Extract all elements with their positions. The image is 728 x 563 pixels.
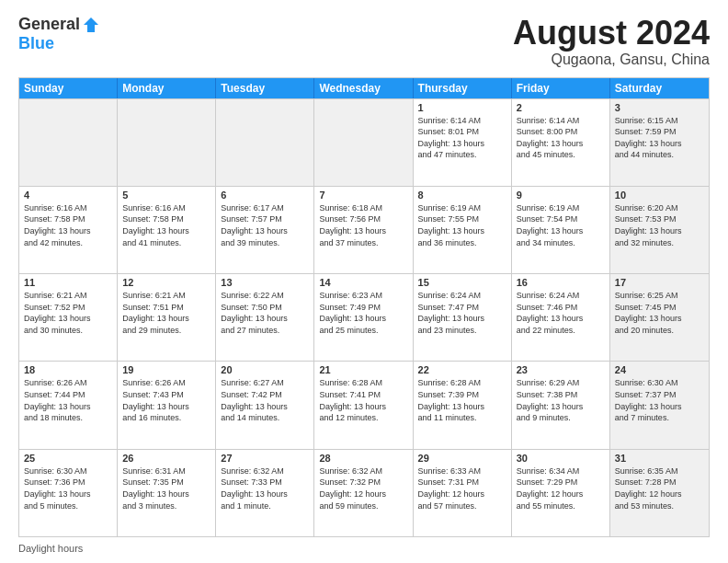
day-info: Sunrise: 6:28 AMSunset: 7:41 PMDaylight:…: [319, 377, 407, 423]
day-number: 22: [418, 364, 506, 375]
calendar-cell-26: 26Sunrise: 6:31 AMSunset: 7:35 PMDayligh…: [118, 450, 216, 536]
header-day-sunday: Sunday: [19, 78, 118, 98]
day-number: 29: [418, 453, 506, 464]
calendar-cell-3: 3Sunrise: 6:15 AMSunset: 7:59 PMDaylight…: [610, 99, 709, 186]
calendar-cell-25: 25Sunrise: 6:30 AMSunset: 7:36 PMDayligh…: [19, 450, 118, 536]
day-number: 26: [122, 453, 210, 464]
day-number: 24: [615, 364, 704, 375]
day-number: 16: [517, 277, 605, 288]
day-info: Sunrise: 6:23 AMSunset: 7:49 PMDaylight:…: [319, 290, 407, 336]
calendar-cell-18: 18Sunrise: 6:26 AMSunset: 7:44 PMDayligh…: [19, 362, 118, 448]
day-info: Sunrise: 6:30 AMSunset: 7:37 PMDaylight:…: [615, 377, 704, 423]
day-info: Sunrise: 6:27 AMSunset: 7:42 PMDaylight:…: [221, 377, 309, 423]
day-number: 5: [122, 190, 210, 201]
calendar-row-5: 25Sunrise: 6:30 AMSunset: 7:36 PMDayligh…: [19, 449, 709, 536]
day-number: 9: [517, 190, 605, 201]
page: General Blue August 2024 Qugaona, Gansu,…: [0, 0, 728, 563]
calendar-cell-empty-1: [118, 99, 216, 186]
header-day-wednesday: Wednesday: [314, 78, 413, 98]
day-info: Sunrise: 6:16 AMSunset: 7:58 PMDaylight:…: [24, 202, 112, 248]
day-number: 12: [122, 277, 210, 288]
day-number: 10: [615, 190, 704, 201]
day-number: 11: [24, 277, 112, 288]
day-number: 4: [24, 190, 112, 201]
location: Qugaona, Gansu, China: [513, 52, 710, 68]
calendar-cell-11: 11Sunrise: 6:21 AMSunset: 7:52 PMDayligh…: [19, 274, 118, 361]
day-number: 15: [418, 277, 506, 288]
calendar-body: 1Sunrise: 6:14 AMSunset: 8:01 PMDaylight…: [19, 98, 709, 536]
day-number: 1: [418, 102, 506, 113]
day-info: Sunrise: 6:24 AMSunset: 7:46 PMDaylight:…: [517, 290, 605, 336]
calendar-cell-empty-0: [19, 99, 118, 186]
day-info: Sunrise: 6:32 AMSunset: 7:33 PMDaylight:…: [221, 465, 309, 511]
header-day-saturday: Saturday: [610, 78, 709, 98]
day-info: Sunrise: 6:16 AMSunset: 7:58 PMDaylight:…: [122, 202, 210, 248]
day-number: 31: [615, 453, 704, 464]
logo-icon: [82, 16, 100, 34]
day-info: Sunrise: 6:26 AMSunset: 7:44 PMDaylight:…: [24, 377, 112, 423]
calendar-cell-13: 13Sunrise: 6:22 AMSunset: 7:50 PMDayligh…: [216, 274, 314, 361]
day-info: Sunrise: 6:14 AMSunset: 8:00 PMDaylight:…: [517, 115, 605, 161]
calendar-cell-6: 6Sunrise: 6:17 AMSunset: 7:57 PMDaylight…: [216, 187, 314, 273]
calendar-cell-17: 17Sunrise: 6:25 AMSunset: 7:45 PMDayligh…: [610, 274, 709, 361]
day-info: Sunrise: 6:28 AMSunset: 7:39 PMDaylight:…: [418, 377, 506, 423]
calendar-row-4: 18Sunrise: 6:26 AMSunset: 7:44 PMDayligh…: [19, 361, 709, 448]
day-info: Sunrise: 6:29 AMSunset: 7:38 PMDaylight:…: [517, 377, 605, 423]
header: General Blue August 2024 Qugaona, Gansu,…: [18, 15, 710, 68]
calendar-cell-30: 30Sunrise: 6:34 AMSunset: 7:29 PMDayligh…: [512, 450, 610, 536]
day-info: Sunrise: 6:19 AMSunset: 7:55 PMDaylight:…: [418, 202, 506, 248]
day-number: 23: [517, 364, 605, 375]
calendar-row-1: 1Sunrise: 6:14 AMSunset: 8:01 PMDaylight…: [19, 98, 709, 186]
footer: Daylight hours: [18, 543, 710, 554]
calendar-cell-21: 21Sunrise: 6:28 AMSunset: 7:41 PMDayligh…: [314, 362, 413, 448]
day-number: 2: [517, 102, 605, 113]
calendar-cell-12: 12Sunrise: 6:21 AMSunset: 7:51 PMDayligh…: [118, 274, 216, 361]
logo: General Blue: [18, 15, 100, 53]
calendar-cell-1: 1Sunrise: 6:14 AMSunset: 8:01 PMDaylight…: [414, 99, 512, 186]
calendar-cell-20: 20Sunrise: 6:27 AMSunset: 7:42 PMDayligh…: [216, 362, 314, 448]
header-day-thursday: Thursday: [414, 78, 512, 98]
day-number: 6: [221, 190, 309, 201]
calendar-cell-4: 4Sunrise: 6:16 AMSunset: 7:58 PMDaylight…: [19, 187, 118, 273]
calendar-cell-15: 15Sunrise: 6:24 AMSunset: 7:47 PMDayligh…: [414, 274, 512, 361]
day-number: 30: [517, 453, 605, 464]
calendar-cell-10: 10Sunrise: 6:20 AMSunset: 7:53 PMDayligh…: [610, 187, 709, 273]
calendar-cell-29: 29Sunrise: 6:33 AMSunset: 7:31 PMDayligh…: [414, 450, 512, 536]
day-info: Sunrise: 6:14 AMSunset: 8:01 PMDaylight:…: [418, 115, 506, 161]
calendar-cell-2: 2Sunrise: 6:14 AMSunset: 8:00 PMDaylight…: [512, 99, 610, 186]
svg-marker-0: [84, 17, 98, 32]
day-info: Sunrise: 6:15 AMSunset: 7:59 PMDaylight:…: [615, 115, 704, 161]
calendar-cell-8: 8Sunrise: 6:19 AMSunset: 7:55 PMDaylight…: [414, 187, 512, 273]
day-info: Sunrise: 6:31 AMSunset: 7:35 PMDaylight:…: [122, 465, 210, 511]
calendar-cell-16: 16Sunrise: 6:24 AMSunset: 7:46 PMDayligh…: [512, 274, 610, 361]
calendar-cell-27: 27Sunrise: 6:32 AMSunset: 7:33 PMDayligh…: [216, 450, 314, 536]
day-number: 3: [615, 102, 704, 113]
day-info: Sunrise: 6:19 AMSunset: 7:54 PMDaylight:…: [517, 202, 605, 248]
header-day-friday: Friday: [512, 78, 610, 98]
calendar-cell-19: 19Sunrise: 6:26 AMSunset: 7:43 PMDayligh…: [118, 362, 216, 448]
calendar-cell-22: 22Sunrise: 6:28 AMSunset: 7:39 PMDayligh…: [414, 362, 512, 448]
calendar-row-3: 11Sunrise: 6:21 AMSunset: 7:52 PMDayligh…: [19, 273, 709, 361]
day-info: Sunrise: 6:18 AMSunset: 7:56 PMDaylight:…: [319, 202, 407, 248]
day-info: Sunrise: 6:35 AMSunset: 7:28 PMDaylight:…: [615, 465, 704, 511]
day-number: 25: [24, 453, 112, 464]
day-number: 7: [319, 190, 407, 201]
day-number: 27: [221, 453, 309, 464]
calendar-cell-9: 9Sunrise: 6:19 AMSunset: 7:54 PMDaylight…: [512, 187, 610, 273]
calendar-row-2: 4Sunrise: 6:16 AMSunset: 7:58 PMDaylight…: [19, 186, 709, 273]
calendar-cell-empty-3: [314, 99, 413, 186]
month-title: August 2024: [513, 15, 710, 52]
calendar-cell-7: 7Sunrise: 6:18 AMSunset: 7:56 PMDaylight…: [314, 187, 413, 273]
logo-blue-text: Blue: [18, 34, 54, 53]
calendar-cell-31: 31Sunrise: 6:35 AMSunset: 7:28 PMDayligh…: [610, 450, 709, 536]
calendar-cell-28: 28Sunrise: 6:32 AMSunset: 7:32 PMDayligh…: [314, 450, 413, 536]
day-info: Sunrise: 6:26 AMSunset: 7:43 PMDaylight:…: [122, 377, 210, 423]
logo-general-text: General: [18, 15, 80, 34]
calendar: SundayMondayTuesdayWednesdayThursdayFrid…: [18, 77, 710, 537]
day-number: 17: [615, 277, 704, 288]
calendar-cell-23: 23Sunrise: 6:29 AMSunset: 7:38 PMDayligh…: [512, 362, 610, 448]
title-block: August 2024 Qugaona, Gansu, China: [513, 15, 710, 68]
day-info: Sunrise: 6:34 AMSunset: 7:29 PMDaylight:…: [517, 465, 605, 511]
header-day-tuesday: Tuesday: [216, 78, 314, 98]
day-info: Sunrise: 6:20 AMSunset: 7:53 PMDaylight:…: [615, 202, 704, 248]
